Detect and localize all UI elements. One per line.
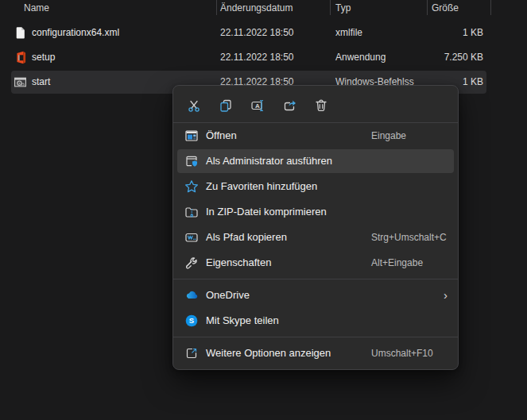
copy-button[interactable]	[215, 95, 236, 117]
menu-item-label: In ZIP-Datei komprimieren	[206, 199, 327, 225]
menu-item-shortcut: Eingabe	[371, 123, 406, 148]
column-header-type[interactable]: Typ	[335, 1, 351, 15]
xml-file-icon	[14, 26, 27, 40]
column-resize-handle[interactable]	[427, 0, 428, 15]
menu-item-run-as-administrator[interactable]: Als Administrator ausführen	[173, 148, 458, 174]
file-row-configurationx64[interactable]: configurationx64.xml 22.11.2022 18:50 xm…	[11, 21, 486, 44]
batch-file-icon	[14, 75, 27, 89]
menu-item-label: Zu Favoriten hinzufügen	[206, 174, 317, 199]
show-more-options-icon	[184, 346, 199, 360]
file-date: 22.11.2022 18:50	[220, 21, 294, 44]
delete-icon	[313, 98, 329, 114]
share-icon	[281, 98, 297, 114]
file-type: xmlfile	[335, 21, 362, 44]
menu-item-label: Eigenschaften	[206, 250, 271, 276]
menu-item-label: Mit Skype teilen	[206, 308, 279, 333]
copy-icon	[218, 98, 234, 114]
file-name: setup	[32, 46, 55, 69]
menu-item-label: OneDrive	[206, 283, 250, 308]
favorite-star-icon	[184, 179, 199, 194]
menu-separator	[173, 279, 458, 279]
open-window-icon	[184, 129, 199, 143]
submenu-chevron-icon: ›	[444, 283, 448, 307]
rename-icon: A	[250, 98, 265, 114]
menu-item-open[interactable]: Öffnen Eingabe	[173, 123, 458, 148]
menu-item-label: Weitere Optionen anzeigen	[206, 341, 331, 366]
file-type: Anwendung	[335, 46, 386, 69]
file-row-setup[interactable]: setup 22.11.2022 18:50 Anwendung 7.250 K…	[11, 46, 486, 69]
menu-item-add-to-favorites[interactable]: Zu Favoriten hinzufügen	[173, 174, 458, 199]
menu-item-shortcut: Strg+Umschalt+C	[371, 225, 447, 250]
menu-item-label: Als Pfad kopieren	[206, 225, 287, 250]
column-resize-handle[interactable]	[330, 0, 331, 15]
menu-separator	[173, 337, 458, 337]
rename-button[interactable]: A	[246, 95, 268, 117]
menu-item-label: Als Administrator ausführen	[206, 148, 332, 174]
copy-path-icon	[184, 230, 199, 245]
menu-item-shortcut: Alt+Eingabe	[371, 250, 423, 276]
onedrive-cloud-icon	[184, 288, 199, 302]
context-menu-toolbar: A	[173, 89, 458, 122]
column-header-date[interactable]: Änderungsdatum	[220, 1, 293, 15]
file-size: 1 KB	[405, 21, 483, 44]
menu-item-properties[interactable]: Eigenschaften Alt+Eingabe	[173, 250, 458, 276]
cut-icon	[186, 98, 202, 114]
menu-item-onedrive[interactable]: OneDrive ›	[173, 283, 458, 308]
zip-folder-icon	[184, 205, 199, 219]
file-name: start	[32, 71, 50, 94]
file-size: 7.250 KB	[405, 46, 483, 69]
context-menu: A	[172, 85, 459, 370]
menu-item-compress-to-zip[interactable]: In ZIP-Datei komprimieren	[173, 199, 458, 225]
share-button[interactable]	[278, 95, 300, 117]
cut-button[interactable]	[183, 95, 204, 117]
skype-icon: S	[184, 314, 199, 328]
menu-item-show-more-options[interactable]: Weitere Optionen anzeigen Umschalt+F10	[173, 341, 458, 366]
menu-item-shortcut: Umschalt+F10	[371, 341, 433, 366]
properties-wrench-icon	[184, 256, 199, 270]
svg-text:S: S	[189, 316, 194, 325]
column-resize-handle[interactable]	[216, 0, 217, 15]
menu-item-copy-as-path[interactable]: Als Pfad kopieren Strg+Umschalt+C	[173, 225, 458, 250]
file-explorer-window: Name Änderungsdatum Typ Größe configurat…	[0, 0, 527, 420]
column-resize-handle[interactable]	[490, 0, 491, 15]
office-setup-icon	[14, 51, 27, 64]
delete-button[interactable]	[310, 95, 331, 117]
file-date: 22.11.2022 18:50	[220, 46, 294, 69]
menu-item-label: Öffnen	[206, 123, 237, 148]
file-name: configurationx64.xml	[32, 21, 119, 44]
column-header-size[interactable]: Größe	[432, 1, 459, 15]
menu-item-share-with-skype[interactable]: S Mit Skype teilen	[173, 308, 458, 333]
run-as-admin-icon	[184, 154, 199, 168]
file-list-header: Name Änderungsdatum Typ Größe	[0, 0, 527, 16]
svg-text:A: A	[255, 102, 260, 110]
column-header-name[interactable]: Name	[24, 1, 49, 15]
